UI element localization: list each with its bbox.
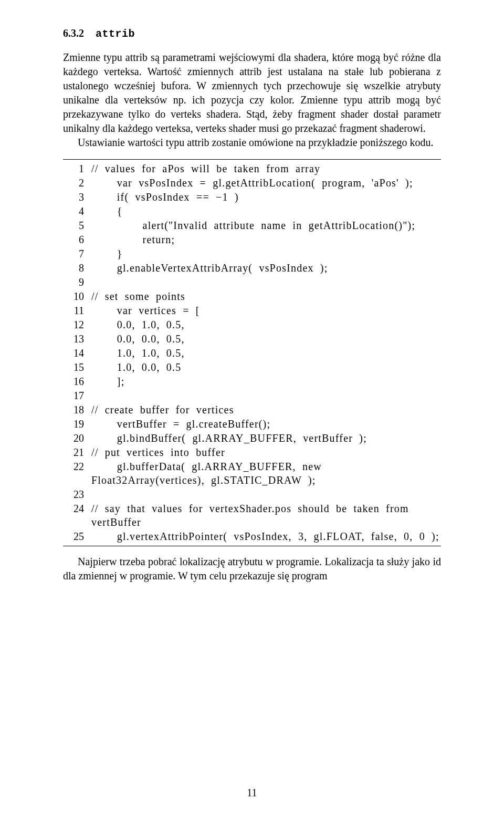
code-row: 9 <box>63 275 441 289</box>
code-row: 6 return; <box>63 233 441 247</box>
line-number: 2 <box>63 176 91 190</box>
code-text: return; <box>91 233 441 246</box>
code-text: gl.vertexAttribPointer( vsPosIndex, 3, g… <box>91 529 441 543</box>
code-text: var vsPosIndex = gl.getAttribLocation( p… <box>91 176 441 190</box>
code-row: 11 var vertices = [ <box>63 304 441 318</box>
line-number: 22 <box>63 460 91 474</box>
code-text: gl.enableVertexAttribArray( vsPosIndex )… <box>91 261 441 275</box>
code-text: // create buffer for vertices <box>91 403 441 417</box>
code-text: ]; <box>91 375 441 388</box>
line-number: 25 <box>63 529 91 544</box>
paragraph-3-text: Najpierw trzeba pobrać lokalizację atryb… <box>63 555 441 583</box>
line-number: 1 <box>63 162 91 176</box>
line-number: 13 <box>63 332 91 346</box>
line-number: 17 <box>63 389 91 403</box>
code-text: // set some points <box>91 289 441 303</box>
code-row: 14 1.0, 1.0, 0.5, <box>63 346 441 360</box>
code-text: // put vertices into buffer <box>91 445 441 459</box>
line-number: 8 <box>63 261 91 275</box>
code-row: 16 ]; <box>63 375 441 389</box>
code-row: 5 alert("Invalid attribute name in getAt… <box>63 219 441 233</box>
code-row: 17 <box>63 389 441 403</box>
line-number: 9 <box>63 275 91 289</box>
line-number: 3 <box>63 190 91 204</box>
code-text: var vertices = [ <box>91 304 441 317</box>
line-number: 24 <box>63 502 91 516</box>
code-text: if( vsPosIndex == −1 ) <box>91 190 441 204</box>
code-row: 1// values for aPos will be taken from a… <box>63 162 441 176</box>
code-text: gl.bindBuffer( gl.ARRAY_BUFFER, vertBuff… <box>91 431 441 445</box>
line-number: 20 <box>63 431 91 445</box>
code-row: 18// create buffer for vertices <box>63 403 441 417</box>
code-row: 15 1.0, 0.0, 0.5 <box>63 360 441 375</box>
section-heading: 6.3.2attrib <box>63 26 441 41</box>
code-row: 22 gl.bufferData( gl.ARRAY_BUFFER, new F… <box>63 460 441 487</box>
paragraph-2: Ustawianie wartości typu attrib zostanie… <box>63 136 441 150</box>
line-number: 21 <box>63 445 91 460</box>
code-row: 4 { <box>63 204 441 219</box>
line-number: 16 <box>63 375 91 389</box>
code-row: 21// put vertices into buffer <box>63 445 441 460</box>
line-number: 4 <box>63 204 91 219</box>
code-row: 13 0.0, 0.0, 0.5, <box>63 332 441 346</box>
code-text: } <box>91 247 441 261</box>
code-text: { <box>91 204 441 218</box>
code-row: 7 } <box>63 247 441 261</box>
heading-title: attrib <box>96 28 135 40</box>
code-row: 3 if( vsPosIndex == −1 ) <box>63 190 441 204</box>
code-text: 0.0, 0.0, 0.5, <box>91 332 441 346</box>
heading-number: 6.3.2 <box>63 27 84 39</box>
code-row: 12 0.0, 1.0, 0.5, <box>63 318 441 332</box>
code-text: 0.0, 1.0, 0.5, <box>91 318 441 331</box>
code-row: 20 gl.bindBuffer( gl.ARRAY_BUFFER, vertB… <box>63 431 441 445</box>
line-number: 7 <box>63 247 91 261</box>
code-row: 10// set some points <box>63 289 441 304</box>
page-number: 11 <box>0 786 504 800</box>
line-number: 15 <box>63 360 91 375</box>
code-row: 19 vertBuffer = gl.createBuffer(); <box>63 417 441 431</box>
code-text: alert("Invalid attribute name in getAttr… <box>91 219 441 232</box>
line-number: 18 <box>63 403 91 417</box>
code-text: gl.bufferData( gl.ARRAY_BUFFER, new Floa… <box>91 460 441 487</box>
code-text: 1.0, 0.0, 0.5 <box>91 360 441 374</box>
line-number: 11 <box>63 304 91 318</box>
code-row: 2 var vsPosIndex = gl.getAttribLocation(… <box>63 176 441 190</box>
line-number: 14 <box>63 346 91 360</box>
page: 6.3.2attrib Zmienne typu attrib są param… <box>0 0 504 821</box>
code-text: 1.0, 1.0, 0.5, <box>91 346 441 360</box>
line-number: 5 <box>63 219 91 233</box>
paragraph-1: Zmienne typu attrib są parametrami wejśc… <box>63 50 441 136</box>
code-row: 8 gl.enableVertexAttribArray( vsPosIndex… <box>63 261 441 275</box>
code-text: // values for aPos will be taken from ar… <box>91 162 441 175</box>
line-number: 19 <box>63 417 91 431</box>
line-number: 23 <box>63 487 91 502</box>
code-row: 23 <box>63 487 441 502</box>
code-text: // say that values for vertexShader.pos … <box>91 502 441 529</box>
line-number: 12 <box>63 318 91 332</box>
line-number: 10 <box>63 289 91 304</box>
line-number: 6 <box>63 233 91 247</box>
code-text: vertBuffer = gl.createBuffer(); <box>91 417 441 431</box>
code-row: 25 gl.vertexAttribPointer( vsPosIndex, 3… <box>63 529 441 544</box>
code-row: 24// say that values for vertexShader.po… <box>63 502 441 529</box>
paragraph-3: Najpierw trzeba pobrać lokalizację atryb… <box>63 555 441 583</box>
code-listing: 1// values for aPos will be taken from a… <box>63 159 441 546</box>
